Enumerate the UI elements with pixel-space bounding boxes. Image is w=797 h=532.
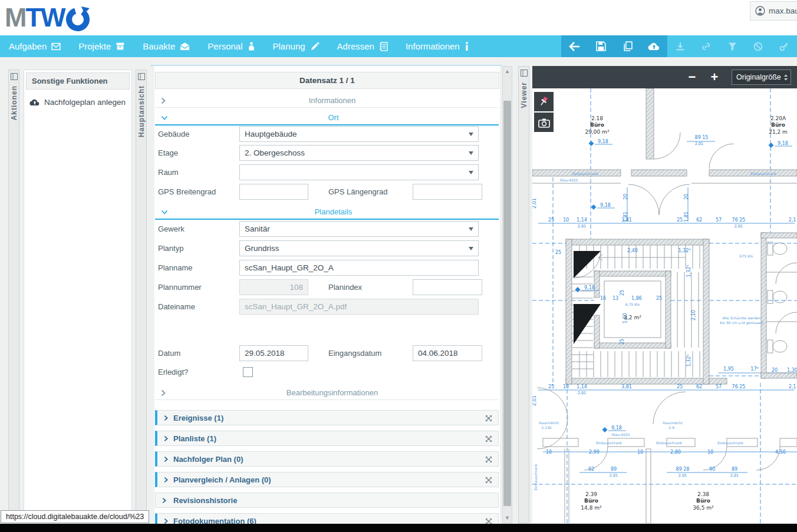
form-scrollbar[interactable]: ▲ ▼ <box>502 66 512 523</box>
gewerk-select[interactable]: Sanitär <box>239 221 479 237</box>
nav-item-personal[interactable]: Personal <box>199 35 264 57</box>
filter-button[interactable] <box>719 35 745 57</box>
nav-item-adressen[interactable]: Adressen <box>328 35 397 57</box>
datum-label: Datum <box>154 349 239 358</box>
field-row-dateiname: Dateiname <box>154 299 500 315</box>
chevron-down-icon <box>469 247 473 250</box>
expand-icon[interactable] <box>485 455 493 464</box>
plan-label: 21,2 m <box>769 129 788 135</box>
section-bearbeitungsinformationen[interactable]: Bearbeitungsinformationen <box>155 386 499 400</box>
aktionen-panel-tab[interactable]: Aktionen <box>8 70 19 518</box>
plantyp-select[interactable]: Grundriss <box>239 240 479 256</box>
viewer-panel-tab[interactable]: Viewer <box>518 66 529 523</box>
chevron-down-icon <box>469 133 473 136</box>
section-informationen[interactable]: Informationen <box>155 94 499 108</box>
gps-breitengrad-input[interactable] <box>239 184 308 200</box>
accordion-revisionshistorie[interactable]: Revisionshistorie <box>155 493 499 508</box>
user-menu[interactable]: max.bau <box>750 1 797 21</box>
plan-label: 62 <box>588 467 594 472</box>
camera-button[interactable] <box>534 113 554 132</box>
nav-label: Planung <box>273 41 305 51</box>
zoom-out-button[interactable]: − <box>682 68 702 86</box>
block-button[interactable] <box>745 35 771 57</box>
scrollbar-thumb[interactable] <box>503 101 511 506</box>
raum-select[interactable] <box>239 164 479 180</box>
cloud-upload-button[interactable] <box>641 35 667 57</box>
chevron-right-icon <box>164 415 168 421</box>
nav-item-informationen[interactable]: Informationen <box>397 35 478 57</box>
plan-label: Einbauschrank <box>572 171 599 176</box>
gebaeude-value: Hauptgebäude <box>245 130 469 138</box>
plan-label: 1,81 <box>684 212 689 222</box>
plan-label: 2,99 <box>589 450 600 455</box>
nav-item-aufgaben[interactable]: Aufgaben <box>0 35 70 57</box>
key-button[interactable] <box>771 35 797 57</box>
nav-item-bauakte[interactable]: Bauakte <box>134 35 199 57</box>
download-button[interactable] <box>667 35 693 57</box>
plan-label: 29,00 m² <box>585 129 609 135</box>
spinner-icon <box>783 74 788 81</box>
planindex-input[interactable] <box>413 279 482 295</box>
gps-laengengrad-input[interactable] <box>413 184 482 200</box>
panel-icon <box>11 73 18 80</box>
user-icon <box>755 6 765 16</box>
gebaeude-select[interactable]: Hauptgebäude <box>239 126 479 142</box>
plan-label: 2,1 <box>789 217 796 223</box>
plan-label: 4,50 <box>775 450 786 455</box>
planname-input[interactable] <box>239 260 479 276</box>
etage-select[interactable]: 2. Obergeschoss <box>239 145 479 161</box>
viewer-canvas[interactable]: 9,189,189,189,189,1889 152,0125101,142,0… <box>532 88 797 523</box>
accordion-label: Ereignisse (1) <box>173 414 223 422</box>
block-icon <box>753 42 763 51</box>
plan-label: Büro <box>696 498 710 504</box>
pin-button[interactable] <box>534 92 554 111</box>
scrollbar-down-button[interactable]: ▼ <box>503 513 512 523</box>
section-ort[interactable]: Ort <box>155 111 499 125</box>
expand-icon[interactable] <box>485 476 493 484</box>
erledigt-checkbox[interactable] <box>243 367 253 377</box>
accordion-planliste[interactable]: Planliste (1) <box>155 431 499 446</box>
copy-button[interactable] <box>614 35 641 57</box>
dateiname-label: Dateiname <box>154 302 239 311</box>
plan-label: Rauchdicht <box>663 421 683 425</box>
link-button[interactable] <box>693 35 719 57</box>
plan-label: 1,30 <box>787 368 797 373</box>
copy-icon <box>623 41 633 51</box>
eingangsdatum-input[interactable] <box>413 345 482 361</box>
save-button[interactable] <box>588 35 614 57</box>
zoom-level-select[interactable]: Originalgröße <box>732 70 791 85</box>
nachfolgeplan-anlegen-button[interactable]: Nachfolgeplan anlegen <box>29 98 131 107</box>
user-name: max.bau <box>769 6 797 15</box>
chevron-right-icon <box>161 389 166 396</box>
expand-icon[interactable] <box>485 414 493 422</box>
nav-item-planung[interactable]: Planung <box>264 35 328 57</box>
expand-icon[interactable] <box>485 435 493 443</box>
accordion-nachfolger-plan[interactable]: Nachfolger Plan (0) <box>155 451 499 467</box>
hauptansicht-panel-tab[interactable]: Hauptansicht <box>136 70 147 518</box>
plan-label: 2-9 <box>668 425 674 429</box>
plan-label: Büro <box>590 122 604 128</box>
accordion-planvergleich-anlagen[interactable]: Planvergleich / Anlagen (0) <box>155 472 499 487</box>
field-row-raum: Raum <box>154 164 500 180</box>
accordion-label: Planvergleich / Anlagen (0) <box>173 475 271 484</box>
nav-item-projekte[interactable]: Projekte <box>70 35 134 57</box>
plan-label: 2,01 <box>532 395 537 406</box>
status-url-tooltip: https://cloud.digitalebauakte.de/cloud/%… <box>1 510 149 523</box>
datum-input[interactable] <box>239 345 308 361</box>
accordion-ereignisse[interactable]: Ereignisse (1) <box>155 410 499 425</box>
raum-label: Raum <box>154 168 239 177</box>
plan-label: 1,14 <box>577 217 587 223</box>
chevron-right-icon <box>162 497 166 504</box>
plan-label: 76 25 <box>732 384 746 389</box>
plan-label: 25 <box>620 339 625 345</box>
key-icon <box>779 42 789 51</box>
download-icon <box>676 42 685 51</box>
section-plandetails[interactable]: Plandetails <box>155 205 499 220</box>
plan-label: 1,86 <box>631 296 642 301</box>
back-button[interactable] <box>561 35 588 57</box>
plan-label: 25 <box>677 217 683 223</box>
accordion-label: Revisionshistorie <box>173 496 237 505</box>
gewerk-value: Sanitär <box>245 224 469 233</box>
scrollbar-up-button[interactable]: ▲ <box>503 67 512 76</box>
zoom-in-button[interactable]: + <box>704 68 724 86</box>
